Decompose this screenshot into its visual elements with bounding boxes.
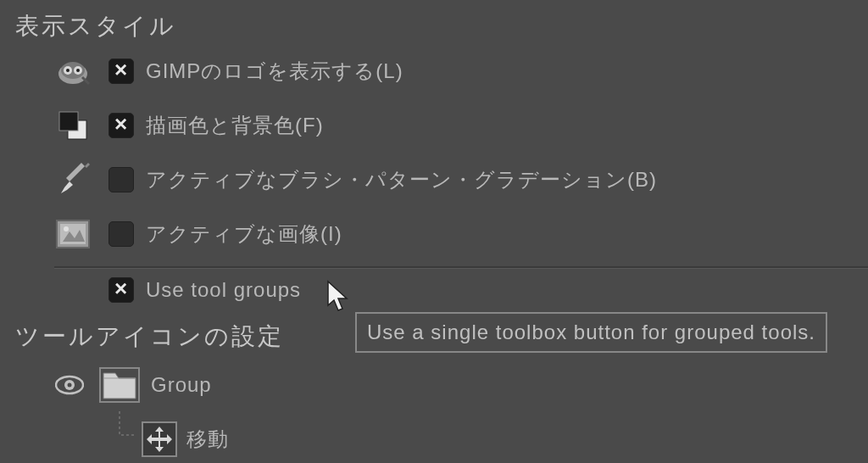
fg-bg-color-label: 描画色と背景色(F) (146, 112, 324, 139)
active-image-label: アクティブな画像(I) (146, 220, 342, 248)
folder-icon (98, 365, 141, 404)
tooltip-text: Use a single toolbox button for grouped … (367, 321, 815, 343)
option-row-active-brush: アクティブなブラシ・パターン・グラデーション(B) (54, 153, 657, 207)
display-style-heading-text: 表示スタイル (15, 13, 176, 39)
tree-row-group[interactable]: Group (54, 361, 212, 409)
fg-bg-color-checkbox[interactable] (108, 113, 134, 138)
tool-icon-heading-text: ツールアイコンの設定 (15, 323, 284, 349)
separator (54, 266, 868, 269)
option-row-use-tool-groups: Use tool groups (108, 270, 301, 310)
svg-point-11 (64, 226, 69, 232)
cursor-icon (326, 280, 352, 319)
option-row-active-image: アクティブな画像(I) (54, 207, 342, 261)
svg-rect-7 (59, 112, 78, 131)
tree-group-label: Group (151, 373, 212, 397)
show-gimp-logo-checkbox[interactable] (108, 59, 134, 84)
brush-icon (54, 161, 92, 198)
use-tool-groups-tooltip: Use a single toolbox button for grouped … (355, 312, 827, 353)
visibility-eye-icon[interactable] (54, 370, 85, 400)
use-tool-groups-label: Use tool groups (146, 278, 301, 302)
svg-marker-12 (328, 282, 347, 310)
fg-bg-color-icon (54, 107, 92, 144)
use-tool-groups-checkbox[interactable] (108, 277, 134, 303)
move-tool-icon (141, 421, 178, 458)
display-style-heading: 表示スタイル (15, 10, 176, 42)
svg-point-5 (76, 69, 80, 72)
option-row-fg-bg-color: 描画色と背景色(F) (54, 98, 324, 153)
svg-point-4 (66, 69, 70, 72)
tree-move-label: 移動 (186, 426, 229, 453)
show-gimp-logo-label: GIMPのロゴを表示する(L) (146, 58, 403, 85)
tool-icon-heading: ツールアイコンの設定 (15, 321, 284, 353)
svg-point-15 (68, 383, 72, 388)
tree-connector (98, 420, 141, 459)
option-row-show-gimp-logo: GIMPのロゴを表示する(L) (54, 44, 403, 98)
tree-row-move[interactable]: 移動 (54, 416, 229, 463)
image-icon (54, 215, 92, 253)
active-image-checkbox[interactable] (108, 221, 134, 247)
active-brush-label: アクティブなブラシ・パターン・グラデーション(B) (146, 166, 657, 193)
visibility-eye-slot-empty[interactable] (54, 424, 85, 455)
active-brush-checkbox[interactable] (108, 167, 134, 192)
gimp-logo-icon (54, 53, 92, 90)
